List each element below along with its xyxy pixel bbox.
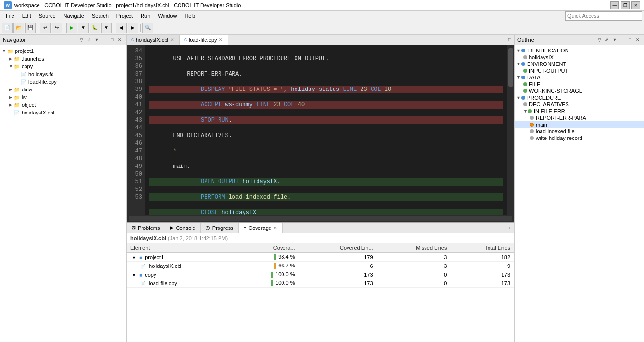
row-arrow[interactable]: ▼: [132, 255, 136, 260]
tb-debug-dropdown[interactable]: ▼: [101, 23, 112, 33]
tb-redo-button[interactable]: ↪: [52, 23, 62, 33]
tree-arrow[interactable]: ▶: [9, 95, 13, 100]
nav-close-button[interactable]: ✕: [116, 37, 123, 43]
tab-progress[interactable]: ◷ Progress: [201, 223, 239, 233]
tab-close-button[interactable]: ✕: [219, 38, 223, 42]
menu-help[interactable]: Help: [180, 12, 199, 20]
outline-item-working-storage[interactable]: WORKING-STORAGE: [515, 88, 644, 94]
outline-item-in-file-err[interactable]: ▼ IN-FILE-ERR: [515, 108, 644, 114]
tb-forward-button[interactable]: ▶: [128, 23, 138, 33]
col-element[interactable]: Element: [127, 243, 239, 253]
tree-arrow[interactable]: ▶: [9, 87, 13, 92]
col-covered-lines[interactable]: Covered Lin...: [299, 243, 377, 253]
window-controls[interactable]: — ❐ ✕: [610, 1, 640, 9]
tb-back-button[interactable]: ◀: [116, 23, 127, 33]
vertical-scrollbar[interactable]: [507, 45, 514, 215]
menu-file[interactable]: File: [2, 12, 18, 20]
row-arrow[interactable]: ▼: [132, 273, 136, 278]
quick-access-input[interactable]: [565, 11, 642, 21]
outline-arrow[interactable]: ▼: [523, 109, 528, 114]
menu-source[interactable]: Source: [35, 12, 60, 20]
menu-search[interactable]: Search: [88, 12, 113, 20]
tree-item-copy[interactable]: ▼ 📁 copy: [0, 63, 126, 70]
tree-item-lst[interactable]: ▶ 📁 lst: [0, 93, 126, 101]
tree-item-data[interactable]: ▶ 📁 data: [0, 86, 126, 93]
tree-item-holidaysix-cbl[interactable]: 📄 holidaysIX.cbl: [0, 109, 126, 116]
tab-coverage[interactable]: ≡ Coverage ✕: [239, 223, 283, 233]
outline-arrow[interactable]: ▼: [516, 48, 521, 53]
tb-open-button[interactable]: 📂: [13, 23, 24, 33]
btab-max-button[interactable]: □: [509, 225, 512, 230]
outline-item-identification[interactable]: ▼ IDENTIFICATION: [515, 47, 644, 54]
nav-min-button[interactable]: —: [101, 37, 108, 43]
tree-arrow[interactable]: ▶: [9, 56, 13, 61]
nav-menu-button[interactable]: ▼: [93, 37, 100, 43]
tree-item-holidays-fd[interactable]: 📄 holidays.fd: [0, 70, 126, 78]
table-row[interactable]: 📄 holidaysIX.cbl 66.7 % 6 3 9: [127, 262, 514, 270]
outline-link-button[interactable]: ⇗: [604, 37, 610, 43]
scrollbar-thumb[interactable]: [508, 48, 513, 87]
outline-arrow[interactable]: ▼: [516, 62, 521, 66]
tree-item-load-file-cpy[interactable]: 📄 load-file.cpy: [0, 78, 126, 86]
col-total-lines[interactable]: Total Lines: [451, 243, 514, 253]
outline-item-main[interactable]: main: [515, 121, 644, 128]
outline-menu-button[interactable]: ▼: [611, 37, 618, 43]
outline-item-environment[interactable]: ▼ ENVIRONMENT: [515, 61, 644, 67]
table-row[interactable]: ▼ ■ copy 100.0 % 173 0 173: [127, 270, 514, 279]
maximize-button[interactable]: ❐: [621, 1, 630, 9]
outline-max-button[interactable]: □: [627, 37, 633, 43]
tab-load-file-cpy[interactable]: c load-file.cpy ✕: [180, 35, 228, 45]
tab-problems[interactable]: ⊠ Problems: [127, 223, 165, 233]
col-coverage[interactable]: Covera...: [239, 243, 298, 253]
menu-run[interactable]: Run: [137, 12, 154, 20]
tab-close-button[interactable]: ✕: [170, 38, 174, 42]
tb-new-button[interactable]: 📄: [2, 23, 13, 33]
nav-max-button[interactable]: □: [109, 37, 116, 43]
tb-undo-button[interactable]: ↩: [40, 23, 51, 33]
minimize-button[interactable]: —: [610, 1, 619, 9]
tab-console[interactable]: ▶ Console: [165, 223, 200, 233]
tab-minimize-button[interactable]: —: [500, 37, 506, 42]
tree-arrow[interactable]: ▶: [9, 102, 13, 107]
menu-navigate[interactable]: Navigate: [60, 12, 88, 20]
menu-edit[interactable]: Edit: [18, 12, 35, 20]
tab-maximize-button[interactable]: □: [507, 37, 512, 42]
outline-item-report-err-para[interactable]: REPORT-ERR-PARA: [515, 114, 644, 121]
nav-collapse-button[interactable]: ▽: [78, 37, 85, 43]
tree-item-project1[interactable]: ▼ 📁 project1: [0, 47, 126, 55]
outline-item-write-holiday-record[interactable]: write-holiday-record: [515, 135, 644, 141]
outline-item-procedure[interactable]: ▼ PROCEDURE: [515, 94, 644, 101]
tree-arrow[interactable]: ▼: [9, 64, 13, 69]
tree-arrow[interactable]: ▼: [2, 49, 7, 53]
table-row[interactable]: ▼ ■ project1 98.4 % 179 3 182: [127, 253, 514, 262]
outline-arrow[interactable]: ▼: [516, 75, 521, 80]
menu-project[interactable]: Project: [113, 12, 137, 20]
outline-arrow[interactable]: ▼: [516, 95, 521, 100]
tree-item-launches[interactable]: ▶ 📁 .launches: [0, 55, 126, 63]
horizontal-scrollbar[interactable]: [127, 215, 514, 222]
outline-item-file[interactable]: FILE: [515, 81, 644, 88]
tree-item-object[interactable]: ▶ 📁 object: [0, 101, 126, 109]
close-button[interactable]: ✕: [631, 1, 640, 9]
outline-item-input-output[interactable]: INPUT-OUTPUT: [515, 67, 644, 74]
tab-holidaysix-cbl[interactable]: c holidaysIX.cbl ✕: [127, 35, 180, 45]
tb-save-button[interactable]: 💾: [25, 23, 36, 33]
outline-close-button[interactable]: ✕: [634, 37, 641, 43]
outline-item-load-indexed-file[interactable]: load-indexed-file: [515, 128, 644, 135]
tb-run-button[interactable]: ▶: [66, 23, 77, 33]
tb-run-dropdown[interactable]: ▼: [78, 23, 89, 33]
outline-item-data[interactable]: ▼ DATA: [515, 74, 644, 81]
col-missed-lines[interactable]: Missed Lines: [377, 243, 451, 253]
code-editor[interactable]: USE AFTER STANDARD ERROR PROCEDURE ON OU…: [145, 45, 507, 215]
outline-collapse-button[interactable]: ▽: [596, 37, 603, 43]
btab-min-button[interactable]: —: [503, 225, 508, 230]
table-row[interactable]: 📄 load-file.cpy 100.0 % 173 0 173: [127, 279, 514, 288]
tb-debug-button[interactable]: 🐛: [90, 23, 100, 33]
outline-item-declaratives[interactable]: DECLARATIVES: [515, 101, 644, 108]
menu-window[interactable]: Window: [154, 12, 180, 20]
coverage-tab-close[interactable]: ✕: [273, 226, 277, 230]
outline-min-button[interactable]: —: [619, 37, 626, 43]
nav-link-button[interactable]: ⇗: [86, 37, 92, 43]
outline-item-holidaysix[interactable]: holidaysIX: [515, 54, 644, 61]
tb-search-button[interactable]: 🔍: [142, 23, 153, 33]
